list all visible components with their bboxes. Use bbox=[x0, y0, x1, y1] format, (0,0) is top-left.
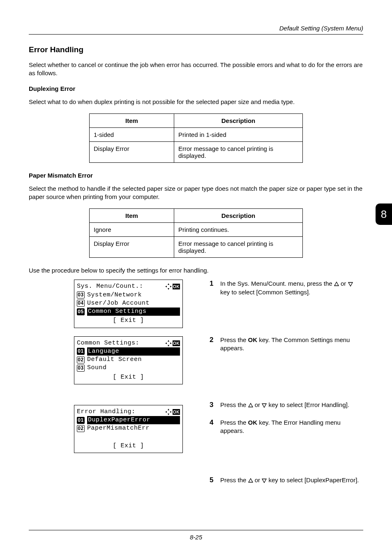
svg-marker-0 bbox=[168, 283, 169, 285]
step-number: 3 bbox=[210, 401, 220, 409]
lcd-sys-menu: Sys. Menu/Count.: OK 03System/Network 04… bbox=[74, 280, 183, 328]
step-text: Press the bbox=[220, 476, 248, 483]
step-3: 3 Press the or key to select [Error Hand… bbox=[210, 401, 363, 409]
mismatch-heading: Paper Mismatch Error bbox=[29, 172, 363, 179]
step-2: 2 Press the OK key. The Common Settings … bbox=[210, 336, 363, 353]
mismatch-para: Select the method to handle if the selec… bbox=[29, 185, 363, 201]
ok-key-label: OK bbox=[248, 419, 258, 426]
menu-index: 01 bbox=[77, 348, 85, 355]
svg-marker-21 bbox=[262, 404, 266, 407]
ok-icon: OK bbox=[173, 284, 180, 289]
ok-icon: OK bbox=[173, 409, 180, 415]
header-section-path: Default Setting (System Menu) bbox=[29, 25, 363, 32]
svg-marker-14 bbox=[165, 411, 167, 413]
cell: Error message to cancel printing is disp… bbox=[174, 141, 303, 162]
footer-rule bbox=[29, 530, 363, 530]
dpad-icon bbox=[165, 409, 172, 415]
intro-para: Select whether to cancel or continue the… bbox=[29, 61, 363, 78]
step-text: or bbox=[253, 476, 262, 483]
procedure-intro: Use the procedure below to specify the s… bbox=[29, 267, 363, 274]
svg-marker-15 bbox=[170, 411, 172, 413]
duplexing-table: Item Description 1-sided Printed in 1-si… bbox=[89, 113, 303, 163]
menu-item-selected: Language bbox=[87, 347, 180, 356]
cell: Error message to cancel printing is disp… bbox=[174, 237, 303, 258]
cell: Printed in 1-sided bbox=[174, 127, 303, 141]
step-text: or bbox=[253, 401, 262, 408]
step-text: key to select [Error Handling]. bbox=[267, 401, 349, 408]
menu-index: 03 bbox=[77, 365, 85, 372]
menu-index: 02 bbox=[77, 425, 85, 432]
lcd-error-handling: Error Handling: OK 01DuplexPaperError 02… bbox=[74, 405, 183, 453]
menu-item: Sound bbox=[87, 364, 107, 372]
step-number: 4 bbox=[210, 419, 220, 435]
cell: Ignore bbox=[90, 223, 174, 237]
step-number: 1 bbox=[210, 280, 220, 296]
page-number: 8-25 bbox=[190, 534, 202, 541]
chapter-tab: 8 bbox=[376, 204, 392, 225]
cell: Printing continues. bbox=[174, 223, 303, 237]
menu-index: 04 bbox=[77, 300, 85, 307]
step-text: Press the bbox=[220, 401, 248, 408]
down-triangle-icon bbox=[262, 478, 267, 483]
svg-text:OK: OK bbox=[173, 341, 180, 346]
dpad-icon bbox=[165, 340, 172, 347]
step-text: key to select [Common Settings]. bbox=[220, 289, 310, 296]
svg-marker-3 bbox=[170, 286, 172, 287]
step-number: 2 bbox=[210, 336, 220, 353]
header-rule bbox=[29, 34, 363, 35]
svg-marker-22 bbox=[249, 479, 253, 482]
step-text: Press the bbox=[220, 419, 248, 426]
svg-marker-18 bbox=[334, 282, 339, 286]
svg-marker-7 bbox=[168, 345, 169, 347]
step-text: or bbox=[339, 280, 348, 287]
th-desc: Description bbox=[174, 113, 303, 127]
dpad-icon bbox=[165, 283, 172, 290]
ok-icon: OK bbox=[173, 340, 180, 346]
svg-marker-2 bbox=[165, 286, 167, 287]
step-1: 1 In the Sys. Menu/Count. menu, press th… bbox=[210, 280, 363, 296]
cell: Display Error bbox=[90, 141, 174, 162]
step-text: In the Sys. Menu/Count. menu, press the bbox=[220, 280, 334, 287]
menu-index: 03 bbox=[77, 291, 85, 298]
lcd-common-settings: Common Settings: OK 01Language 02Default… bbox=[74, 336, 183, 384]
menu-item: System/Network bbox=[87, 291, 142, 299]
th-item: Item bbox=[90, 209, 174, 223]
svg-marker-13 bbox=[168, 414, 169, 415]
step-text: Press the bbox=[220, 336, 248, 343]
lcd-footer: [ Exit ] bbox=[77, 372, 180, 382]
step-number: 5 bbox=[210, 476, 220, 484]
mismatch-table: Item Description Ignore Printing continu… bbox=[89, 208, 303, 258]
duplexing-heading: Duplexing Error bbox=[29, 85, 363, 92]
duplexing-para: Select what to do when duplex printing i… bbox=[29, 98, 363, 106]
cell: Display Error bbox=[90, 237, 174, 258]
lcd-title: Error Handling: bbox=[77, 408, 165, 416]
menu-item: PaperMismatchErr bbox=[87, 424, 150, 432]
section-title: Error Handling bbox=[29, 45, 363, 54]
menu-item-selected: Common Settings bbox=[87, 308, 180, 316]
menu-index: 05 bbox=[77, 308, 85, 315]
lcd-footer: [ Exit ] bbox=[77, 441, 180, 450]
menu-index: 01 bbox=[77, 417, 85, 424]
step-text: key to select [DuplexPaperError]. bbox=[267, 476, 359, 483]
menu-item: Default Screen bbox=[87, 356, 142, 364]
lcd-title: Sys. Menu/Count.: bbox=[77, 282, 165, 291]
down-triangle-icon bbox=[262, 403, 267, 408]
up-triangle-icon bbox=[248, 403, 253, 408]
up-triangle-icon bbox=[334, 282, 339, 287]
svg-marker-20 bbox=[249, 403, 253, 407]
svg-marker-19 bbox=[348, 282, 353, 286]
menu-index: 02 bbox=[77, 356, 85, 363]
th-desc: Description bbox=[174, 209, 303, 223]
cell: 1-sided bbox=[90, 127, 174, 141]
step-5: 5 Press the or key to select [DuplexPape… bbox=[210, 476, 363, 484]
lcd-footer: [ Exit ] bbox=[77, 316, 180, 325]
up-triangle-icon bbox=[248, 478, 253, 483]
svg-marker-6 bbox=[168, 340, 169, 342]
ok-key-label: OK bbox=[248, 336, 258, 343]
menu-item: User/Job Account bbox=[87, 299, 150, 308]
svg-text:OK: OK bbox=[173, 284, 180, 289]
menu-item-selected: DuplexPaperError bbox=[87, 416, 180, 424]
down-triangle-icon bbox=[348, 282, 353, 287]
svg-text:OK: OK bbox=[173, 410, 180, 414]
svg-marker-9 bbox=[170, 342, 172, 344]
